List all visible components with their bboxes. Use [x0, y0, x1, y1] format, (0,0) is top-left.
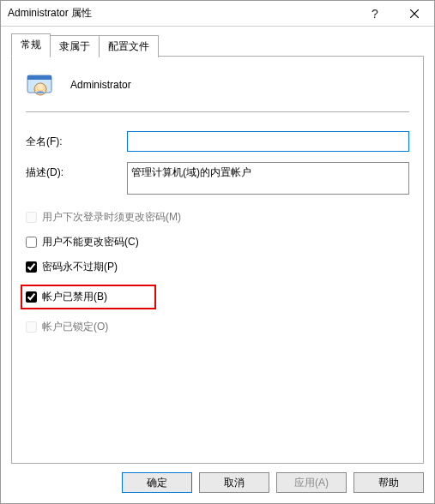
ok-button-label: 确定 [147, 477, 167, 489]
description-input[interactable]: 管理计算机(域)的内置帐户 [127, 162, 409, 195]
check-password-never-expires[interactable]: 密码永不过期(P) [26, 260, 409, 274]
svg-rect-3 [27, 75, 51, 80]
dialog-body: 常规 隶属于 配置文件 Administrator 全名(F): [1, 27, 434, 464]
tab-general[interactable]: 常规 [11, 33, 51, 57]
check-account-locked: 帐户已锁定(O) [26, 320, 409, 334]
cancel-button[interactable]: 取消 [199, 472, 269, 493]
fullname-label: 全名(F): [26, 131, 127, 149]
close-button[interactable] [395, 1, 434, 27]
check-must-change-label: 用户下次登录时须更改密码(M) [42, 210, 181, 225]
check-never-expires-label: 密码永不过期(P) [42, 260, 118, 274]
checkbox-cannot-change[interactable] [26, 237, 37, 248]
check-account-disabled[interactable]: 帐户已禁用(B) [26, 290, 149, 304]
window-title: Administrator 属性 [8, 6, 355, 21]
checkbox-group: 用户下次登录时须更改密码(M) 用户不能更改密码(C) 密码永不过期(P) 帐户… [26, 210, 409, 334]
check-cannot-change-password[interactable]: 用户不能更改密码(C) [26, 235, 409, 249]
check-must-change-password: 用户下次登录时须更改密码(M) [26, 210, 409, 225]
checkbox-account-locked [26, 321, 37, 333]
user-header: Administrator [26, 70, 409, 99]
help-button[interactable]: 帮助 [353, 472, 424, 493]
apply-button-label: 应用(A) [294, 477, 329, 489]
check-cannot-change-label: 用户不能更改密码(C) [42, 235, 139, 249]
checkbox-never-expires[interactable] [26, 261, 37, 273]
tab-profile[interactable]: 配置文件 [99, 35, 159, 57]
description-label: 描述(D): [26, 162, 127, 180]
context-help-button[interactable]: ? [355, 1, 395, 27]
check-account-disabled-label: 帐户已禁用(B) [42, 290, 107, 304]
tab-strip: 常规 隶属于 配置文件 [11, 33, 424, 57]
row-description: 描述(D): 管理计算机(域)的内置帐户 [26, 162, 409, 195]
apply-button[interactable]: 应用(A) [276, 472, 347, 493]
checkbox-must-change [26, 212, 37, 223]
highlight-account-disabled: 帐户已禁用(B) [21, 285, 156, 309]
tab-member-of[interactable]: 隶属于 [50, 35, 100, 57]
tab-profile-label: 配置文件 [108, 40, 149, 52]
user-name: Administrator [70, 79, 131, 91]
tab-panel-general: Administrator 全名(F): 描述(D): 管理计算机(域)的内置帐… [11, 56, 424, 464]
tab-general-label: 常规 [21, 39, 41, 51]
separator [26, 111, 409, 112]
titlebar: Administrator 属性 ? [1, 1, 434, 27]
row-fullname: 全名(F): [26, 131, 409, 152]
tab-member-of-label: 隶属于 [59, 40, 90, 52]
dialog-footer: 确定 取消 应用(A) 帮助 [1, 464, 434, 503]
ok-button[interactable]: 确定 [122, 472, 192, 493]
dialog-window: Administrator 属性 ? 常规 隶属于 配置文件 [0, 0, 435, 504]
cancel-button-label: 取消 [224, 477, 245, 489]
close-icon [410, 9, 419, 18]
help-button-label: 帮助 [378, 477, 399, 489]
fullname-input[interactable] [127, 131, 409, 152]
user-icon [26, 70, 55, 99]
svg-point-5 [38, 84, 43, 89]
checkbox-account-disabled[interactable] [26, 291, 37, 303]
check-account-locked-label: 帐户已锁定(O) [42, 320, 108, 334]
